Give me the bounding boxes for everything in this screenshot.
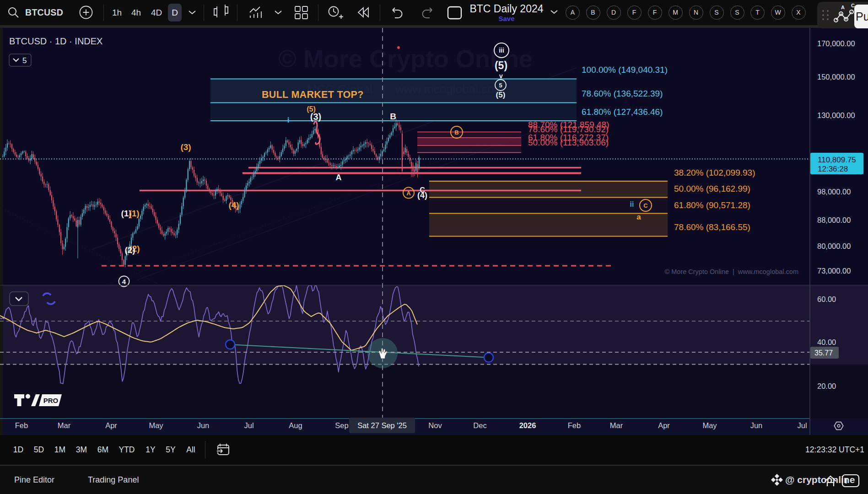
svg-text:Jun: Jun	[750, 421, 763, 430]
svg-text:Apr: Apr	[105, 421, 117, 430]
svg-text:Mar: Mar	[58, 421, 71, 430]
svg-text:© More Crypto Online | www.m: © More Crypto Online | www.mcoglobal.com	[665, 268, 798, 275]
svg-text:Feb: Feb	[15, 421, 28, 430]
svg-text:Aug: Aug	[289, 421, 302, 430]
svg-text:v: v	[499, 72, 503, 80]
svg-text:(3): (3)	[310, 112, 321, 122]
svg-text:73,000.00: 73,000.00	[817, 267, 851, 275]
svg-text:110,809.75: 110,809.75	[818, 156, 856, 164]
svg-text:iii: iii	[499, 47, 504, 54]
svg-text:(4): (4)	[417, 191, 427, 200]
svg-text:98,000.00: 98,000.00	[817, 188, 851, 196]
svg-text:61.80% (90,571.28): 61.80% (90,571.28)	[674, 200, 750, 210]
svg-text:Dec: Dec	[473, 421, 486, 430]
svg-text:Nov: Nov	[428, 421, 442, 430]
svg-text:Jul: Jul	[797, 421, 807, 430]
svg-text:(2): (2)	[124, 245, 135, 255]
svg-text:150,000.00: 150,000.00	[817, 73, 855, 81]
svg-text:Jul: Jul	[244, 421, 253, 430]
svg-text:40.00: 40.00	[817, 338, 836, 346]
svg-text:May: May	[702, 421, 717, 430]
svg-text:5: 5	[499, 82, 502, 89]
svg-text:(3): (3)	[180, 142, 191, 152]
svg-text:Feb: Feb	[568, 421, 581, 430]
svg-text:Sat 27 Sep '25: Sat 27 Sep '25	[357, 421, 407, 430]
svg-text:BTCUSD · 1D · INDEX: BTCUSD · 1D · INDEX	[9, 36, 102, 46]
svg-text:2026: 2026	[519, 421, 536, 430]
svg-text:Jun: Jun	[197, 421, 210, 430]
svg-text:A: A	[406, 190, 411, 197]
svg-text:5: 5	[22, 56, 27, 65]
svg-text:4: 4	[122, 278, 126, 285]
svg-text:(5): (5)	[496, 91, 506, 99]
svg-text:(5): (5)	[495, 59, 507, 71]
svg-text:B: B	[454, 129, 458, 136]
svg-text:50.00% (113,903.06): 50.00% (113,903.06)	[528, 138, 609, 147]
svg-text:C: C	[643, 202, 648, 209]
svg-text:20.00: 20.00	[817, 382, 836, 390]
svg-text:50.00% (96,162.99): 50.00% (96,162.99)	[674, 184, 750, 193]
svg-text:(4): (4)	[228, 200, 239, 210]
svg-text:Mar: Mar	[610, 421, 623, 430]
svg-text:a: a	[636, 213, 641, 221]
svg-text:A: A	[841, 5, 845, 10]
svg-text:78.60% (136,522.39): 78.60% (136,522.39)	[582, 89, 663, 98]
svg-text:BULL MARKET TOP?: BULL MARKET TOP?	[262, 89, 364, 100]
svg-text:130,000.00: 130,000.00	[817, 111, 855, 119]
svg-text:(1): (1)	[129, 209, 139, 218]
svg-text:88,000.00: 88,000.00	[817, 216, 851, 224]
svg-text:ii: ii	[630, 200, 634, 208]
svg-text:78.60% (83,166.55): 78.60% (83,166.55)	[674, 222, 750, 232]
svg-text:PRO: PRO	[43, 397, 59, 404]
svg-text:60.00: 60.00	[817, 295, 836, 303]
svg-text:170,000.00: 170,000.00	[817, 39, 855, 48]
svg-text:B: B	[390, 112, 396, 121]
svg-text:Apr: Apr	[658, 421, 670, 430]
svg-text:61.80% (127,436.46): 61.80% (127,436.46)	[582, 107, 663, 117]
svg-text:80,000.00: 80,000.00	[817, 242, 851, 250]
svg-text:35.77: 35.77	[814, 349, 833, 357]
svg-text:i: i	[287, 116, 290, 124]
svg-text:Sep: Sep	[335, 421, 348, 430]
svg-text:12:36:28: 12:36:28	[818, 165, 848, 173]
svg-text:A: A	[336, 173, 342, 182]
svg-text:May: May	[149, 421, 163, 430]
svg-text:100.00% (149,040.31): 100.00% (149,040.31)	[582, 65, 668, 75]
svg-text:38.20% (102,099.93): 38.20% (102,099.93)	[674, 168, 755, 177]
